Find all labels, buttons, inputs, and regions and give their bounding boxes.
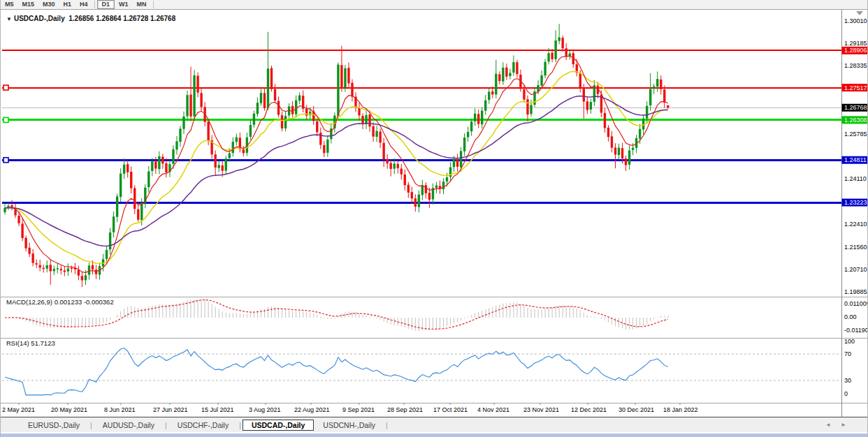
candle-body bbox=[64, 270, 66, 272]
candle-body bbox=[379, 131, 381, 142]
date-label: 27 Jun 2021 bbox=[153, 406, 188, 413]
timeframe-button-mn[interactable]: MN bbox=[133, 0, 151, 9]
timeframe-button-h4[interactable]: H4 bbox=[75, 0, 92, 9]
candle-body bbox=[372, 126, 374, 137]
candle-body bbox=[530, 105, 532, 114]
level-handle-1.24811[interactable] bbox=[3, 158, 8, 163]
candle-body bbox=[400, 169, 403, 175]
candle-body bbox=[281, 115, 283, 128]
timeframe-button-d1[interactable]: D1 bbox=[97, 0, 115, 9]
candle-body bbox=[249, 125, 252, 137]
chart-ohlc-values: 1.26856 1.26864 1.26728 1.26768 bbox=[68, 15, 175, 22]
timeframe-button-m5[interactable]: M5 bbox=[1, 0, 18, 9]
candle-body bbox=[428, 193, 431, 200]
timeframe-button-h1[interactable]: H1 bbox=[59, 0, 76, 9]
candle-body bbox=[207, 121, 209, 141]
candle-body bbox=[456, 159, 458, 167]
candle-body bbox=[340, 65, 342, 87]
candle-body bbox=[393, 163, 396, 168]
candle-body bbox=[554, 40, 556, 59]
candle-body bbox=[390, 163, 392, 169]
date-label: 12 Dec 2021 bbox=[571, 406, 607, 413]
chart-background bbox=[1, 10, 868, 417]
candle-body bbox=[639, 129, 641, 139]
candle-body bbox=[193, 75, 195, 117]
tab-usdchf[interactable]: USDCHF-,Daily bbox=[168, 420, 238, 431]
candle-body bbox=[512, 62, 514, 73]
timeframe-toolbar: M5M15M30H1H4D1W1MN bbox=[1, 0, 867, 10]
candle-body bbox=[229, 154, 231, 158]
tab-audusd[interactable]: AUDUSD-,Daily bbox=[94, 420, 164, 431]
candle-body bbox=[386, 159, 388, 163]
tab-eurusd[interactable]: EURUSD-,Daily bbox=[19, 420, 89, 431]
tab-usdcad[interactable]: USDCAD-,Daily bbox=[243, 420, 314, 431]
chart-area[interactable]: 1.300101.291851.283351.257851.241101.224… bbox=[1, 10, 868, 417]
candle-body bbox=[39, 265, 41, 268]
candle-body bbox=[498, 74, 500, 81]
timeframe-button-m30[interactable]: M30 bbox=[38, 0, 59, 9]
candle-body bbox=[523, 89, 525, 100]
candle-body bbox=[435, 186, 437, 188]
date-label: 8 Jun 2021 bbox=[104, 406, 136, 413]
candle-body bbox=[653, 87, 655, 89]
candle-body bbox=[358, 108, 360, 115]
date-label: 17 Oct 2021 bbox=[433, 406, 468, 413]
candle-body bbox=[35, 263, 37, 265]
candle-body bbox=[663, 89, 665, 103]
candle-body bbox=[526, 99, 528, 114]
candle-body bbox=[463, 138, 465, 151]
candle-body bbox=[453, 158, 455, 167]
candle-body bbox=[137, 209, 139, 220]
candle-body bbox=[260, 93, 262, 103]
candle-body bbox=[243, 149, 245, 153]
timeframe-button-m15[interactable]: M15 bbox=[18, 0, 39, 9]
candle-body bbox=[88, 265, 90, 274]
candle-body bbox=[172, 149, 174, 164]
level-handle-1.26308[interactable] bbox=[3, 117, 8, 122]
symbol-dropdown-icon[interactable]: ▼ bbox=[6, 16, 12, 22]
candle-body bbox=[565, 48, 567, 57]
tab-scroll-right-icon[interactable]: ► bbox=[841, 422, 846, 429]
chart-canvas[interactable]: 1.300101.291851.283351.257851.241101.224… bbox=[1, 10, 868, 417]
candle-body bbox=[656, 79, 658, 87]
price-badge-text: 1.24811 bbox=[844, 156, 867, 163]
candle-body bbox=[60, 269, 62, 270]
candle-body bbox=[477, 114, 479, 124]
candle-body bbox=[593, 85, 595, 101]
candle-body bbox=[130, 172, 132, 188]
candle-body bbox=[67, 269, 69, 272]
candle-body bbox=[218, 165, 220, 168]
candle-body bbox=[17, 216, 20, 223]
tab-usdcnh[interactable]: USDCNH-,Daily bbox=[314, 420, 384, 431]
rsi-axis-label: 0 bbox=[844, 390, 848, 397]
date-label: 20 May 2021 bbox=[51, 406, 87, 413]
chart-tab-bar: EURUSD-,Daily|AUDUSD-,Daily|USDCHF-,Dail… bbox=[1, 417, 867, 432]
candle-body bbox=[344, 68, 346, 87]
tab-separator: | bbox=[238, 421, 243, 429]
tab-separator: | bbox=[384, 421, 389, 429]
price-badge-text: 1.28906 bbox=[844, 47, 867, 54]
candle-body bbox=[347, 68, 349, 83]
candle-body bbox=[460, 151, 462, 167]
price-tick-label: 1.20710 bbox=[844, 266, 867, 273]
candle-body bbox=[215, 154, 217, 168]
price-tick-label: 1.30010 bbox=[844, 17, 867, 24]
candle-body bbox=[551, 53, 553, 59]
tab-separator: | bbox=[164, 421, 168, 429]
tab-scroll-left-icon[interactable]: ◄ bbox=[825, 422, 831, 429]
price-tick-label: 1.28335 bbox=[844, 62, 867, 69]
candle-body bbox=[365, 115, 367, 124]
candle-body bbox=[547, 53, 549, 61]
price-tick-label: 1.29185 bbox=[844, 40, 867, 47]
level-handle-1.27517[interactable] bbox=[3, 85, 8, 90]
candle-body bbox=[649, 89, 651, 105]
candle-body bbox=[92, 265, 94, 269]
candle-body bbox=[425, 185, 427, 193]
candle-body bbox=[361, 116, 363, 124]
timeframe-button-w1[interactable]: W1 bbox=[115, 0, 133, 9]
macd-axis-label: 0.00 bbox=[844, 313, 857, 320]
candle-body bbox=[516, 62, 518, 74]
candle-body bbox=[382, 143, 384, 159]
candle-body bbox=[85, 275, 87, 280]
macd-axis-label: 0.011009 bbox=[844, 300, 868, 307]
